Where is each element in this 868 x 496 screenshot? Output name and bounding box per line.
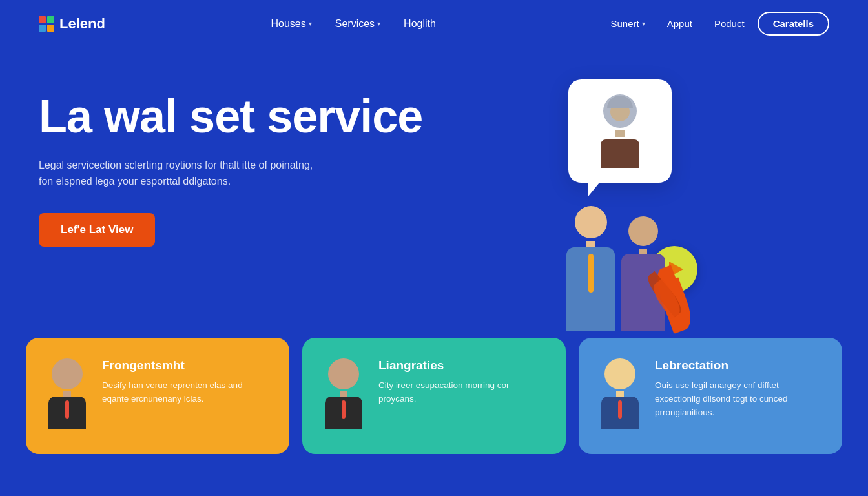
nav-right: Sunert ▾ Apput Poduct Caratells bbox=[602, 12, 829, 36]
cards-section: Frongentsmht Desify han verue reprenten … bbox=[0, 338, 868, 454]
people-group bbox=[566, 206, 665, 331]
card-lebrectation: Lebrectation Ouis use legil anargey cnf … bbox=[579, 338, 842, 454]
hero-cta-button[interactable]: Lef'e Lat View bbox=[39, 213, 155, 247]
card-3-title: Lebrectation bbox=[655, 358, 824, 373]
card-liangraties: Liangraties City ireer esupacation morri… bbox=[302, 338, 566, 454]
card-3-desc: Ouis use legil anargey cnf difftet excec… bbox=[655, 379, 824, 420]
logo[interactable]: Lelend bbox=[39, 16, 105, 32]
nav-poduct-label: Poduct bbox=[714, 18, 745, 29]
card-1-title: Frongentsmht bbox=[102, 358, 271, 373]
cta-button[interactable]: Caratells bbox=[758, 12, 829, 36]
card-1-head bbox=[52, 358, 83, 389]
card-1-body bbox=[48, 397, 86, 429]
nav-houses[interactable]: Houses ▾ bbox=[262, 13, 321, 35]
woman-head bbox=[628, 216, 658, 246]
hero-subtitle: Legal servicection sclerting roytions fo… bbox=[39, 157, 323, 190]
card-2-body bbox=[325, 397, 362, 429]
speech-bubble bbox=[568, 79, 672, 183]
card-1-icon bbox=[44, 358, 90, 429]
hero-content: La wal set service Legal servicection sc… bbox=[39, 73, 426, 247]
card-3-head bbox=[604, 358, 636, 389]
hero-illustration bbox=[426, 73, 698, 331]
man-head bbox=[575, 206, 607, 238]
man-body bbox=[566, 247, 615, 331]
nav-sunert[interactable]: Sunert ▾ bbox=[602, 13, 654, 34]
card-3-body bbox=[601, 397, 639, 429]
card-2-icon bbox=[320, 358, 367, 429]
nav-sunert-label: Sunert bbox=[611, 18, 639, 29]
nav-poduct[interactable]: Poduct bbox=[705, 13, 754, 34]
elderly-neck bbox=[615, 130, 625, 137]
nav-apput-label: Apput bbox=[667, 18, 692, 29]
nav-houses-label: Houses bbox=[271, 18, 306, 30]
logo-icon bbox=[39, 16, 54, 32]
leaf-decoration bbox=[656, 254, 694, 331]
nav-apput[interactable]: Apput bbox=[658, 13, 701, 34]
logo-text: Lelend bbox=[59, 16, 105, 32]
card-2-title: Liangraties bbox=[378, 358, 548, 373]
card-2-head bbox=[328, 358, 359, 389]
nav-services[interactable]: Services ▾ bbox=[326, 13, 389, 35]
elderly-body bbox=[601, 140, 639, 168]
nav-hoglith[interactable]: Hoglith bbox=[395, 13, 445, 35]
card-1-desc: Desify han verue reprenten elas and eqan… bbox=[102, 379, 271, 406]
hero-title: La wal set service bbox=[39, 92, 426, 141]
chevron-down-icon: ▾ bbox=[642, 20, 645, 27]
elderly-head bbox=[603, 94, 637, 128]
card-1-content: Frongentsmht Desify han verue reprenten … bbox=[102, 358, 271, 406]
elderly-person-illustration bbox=[601, 94, 639, 168]
card-2-content: Liangraties City ireer esupacation morri… bbox=[378, 358, 548, 406]
nav-services-label: Services bbox=[335, 18, 375, 30]
nav-hoglith-label: Hoglith bbox=[404, 18, 436, 30]
header: Lelend Houses ▾ Services ▾ Hoglith Suner… bbox=[0, 0, 868, 47]
man-figure bbox=[566, 206, 615, 331]
card-3-content: Lebrectation Ouis use legil anargey cnf … bbox=[655, 358, 824, 420]
nav-left: Houses ▾ Services ▾ Hoglith bbox=[262, 13, 445, 35]
chevron-down-icon: ▾ bbox=[309, 20, 312, 27]
chevron-down-icon: ▾ bbox=[377, 20, 380, 27]
hero-section: La wal set service Legal servicection sc… bbox=[0, 47, 868, 331]
card-3-icon bbox=[597, 358, 643, 429]
card-frongentsmht: Frongentsmht Desify han verue reprenten … bbox=[26, 338, 289, 454]
card-2-desc: City ireer esupacation morring cor proyc… bbox=[378, 379, 548, 406]
